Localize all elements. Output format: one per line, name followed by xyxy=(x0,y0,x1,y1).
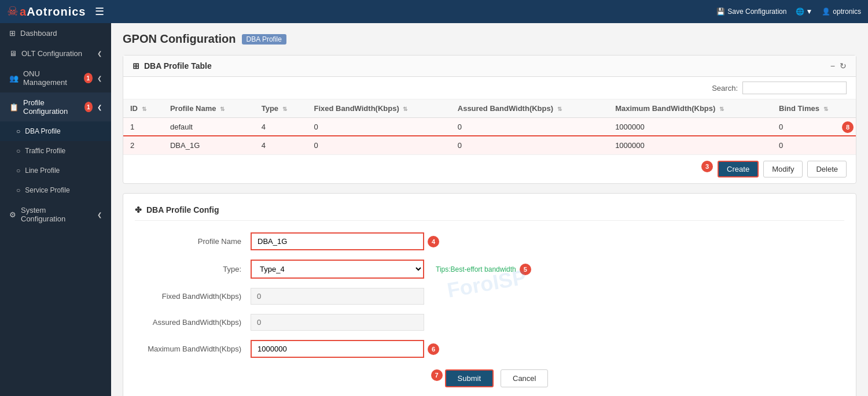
sidebar-item-service-profile[interactable]: ○ Service Profile xyxy=(0,180,111,200)
cell-assured-1: 0 xyxy=(451,118,608,136)
sidebar: ⊞ Dashboard 🖥 OLT Configuration ❮ 👥 ONU … xyxy=(0,23,111,396)
cell-fixed-2: 0 xyxy=(307,136,451,155)
modify-button[interactable]: Modify xyxy=(763,161,803,177)
line-icon: ○ xyxy=(16,166,20,175)
hamburger-icon[interactable]: ☰ xyxy=(95,5,104,18)
table-icon: ⊞ xyxy=(133,61,139,71)
fixed-bw-label: Fixed BandWidth(Kbps) xyxy=(135,292,251,301)
sort-type-icon: ⇅ xyxy=(282,106,287,112)
cell-max-1: 1000000 xyxy=(608,118,772,136)
submit-button[interactable]: Submit xyxy=(445,369,494,387)
dashboard-icon: ⊞ xyxy=(9,29,16,38)
profile-icon: 📋 xyxy=(9,103,19,112)
col-type: Type ⇅ xyxy=(255,99,307,118)
table-card-header: ⊞ DBA Profile Table − ↻ xyxy=(123,55,856,77)
sort-name-icon: ⇅ xyxy=(220,106,225,112)
save-icon: 💾 xyxy=(716,8,725,16)
search-label: Search: xyxy=(712,84,738,92)
badge-6: 6 xyxy=(428,343,439,355)
cell-id-1: 1 xyxy=(123,118,163,136)
page-title: GPON Configuration xyxy=(123,32,236,46)
assured-bw-label: Assured BandWidth(Kbps) xyxy=(135,318,251,327)
profile-name-input[interactable] xyxy=(251,232,424,250)
sort-bind-icon: ⇅ xyxy=(823,106,828,112)
badge-7: 7 xyxy=(431,369,443,381)
col-id: ID ⇅ xyxy=(123,99,163,118)
cancel-button[interactable]: Cancel xyxy=(501,369,548,387)
profile-name-label: Profile Name xyxy=(135,237,251,246)
col-fixed-bw: Fixed BandWidth(Kbps) ⇅ xyxy=(307,99,451,118)
traffic-icon: ○ xyxy=(16,147,20,155)
cell-fixed-1: 0 xyxy=(307,118,451,136)
col-profile-name: Profile Name ⇅ xyxy=(163,99,255,118)
sort-assured-icon: ⇅ xyxy=(557,106,562,112)
user-icon: 👤 xyxy=(822,8,830,16)
badge-3: 3 xyxy=(701,161,713,172)
assured-bw-value: 0 xyxy=(251,314,424,331)
form-row-type: Type: 5 Type_1 Type_2 Type_3 Type_4 Tips… xyxy=(135,260,844,279)
main-layout: ⊞ Dashboard 🖥 OLT Configuration ❮ 👥 ONU … xyxy=(0,23,868,396)
type-label: Type: xyxy=(135,265,251,273)
table-card-title: ⊞ DBA Profile Table xyxy=(133,61,212,71)
card-actions: − ↻ xyxy=(830,61,847,71)
max-bw-input[interactable] xyxy=(251,340,424,358)
sidebar-item-onu-mgmt[interactable]: 👥 ONU Management 1 ❮ xyxy=(0,64,111,92)
max-bw-label: Maximum BandWidth(Kbps) xyxy=(135,345,251,353)
cell-assured-2: 0 xyxy=(451,136,608,155)
sidebar-item-dashboard[interactable]: ⊞ Dashboard xyxy=(0,23,111,43)
minimize-button[interactable]: − xyxy=(830,61,835,71)
badge-5: 5 xyxy=(520,264,531,275)
sidebar-item-line-profile[interactable]: ○ Line Profile xyxy=(0,161,111,180)
navbar-right: 💾 Save Configuration 🌐 ▼ 👤 optronics xyxy=(716,8,861,16)
language-button[interactable]: 🌐 ▼ xyxy=(796,8,812,16)
search-area: Search: xyxy=(123,77,856,99)
table-row[interactable]: 2 DBA_1G 4 0 0 1000000 0 xyxy=(123,136,856,155)
sidebar-item-traffic-profile[interactable]: ○ Traffic Profile xyxy=(0,141,111,161)
form-config-icon: ✤ xyxy=(135,205,142,214)
onu-badge: 1 xyxy=(84,73,93,83)
navbar: ☠ aAotronics ☰ 💾 Save Configuration 🌐 ▼ … xyxy=(0,0,868,23)
type-select[interactable]: Type_1 Type_2 Type_3 Type_4 xyxy=(251,260,424,279)
cell-profile-name-2: DBA_1G xyxy=(163,136,255,155)
logo-icon: ☠ xyxy=(7,4,19,19)
sidebar-item-olt-config[interactable]: 🖥 OLT Configuration ❮ xyxy=(0,43,111,64)
cell-type-2: 4 xyxy=(255,136,307,155)
profile-badge: 1 xyxy=(84,102,93,112)
col-assured-bw: Assured BandWidth(Kbps) ⇅ xyxy=(451,99,608,118)
cell-bind-1: 0 8 xyxy=(772,118,856,136)
table-header-row: ID ⇅ Profile Name ⇅ Type ⇅ Fixed BandWid… xyxy=(123,99,856,118)
system-arrow-icon: ❮ xyxy=(97,212,102,218)
content-area: ForoISP GPON Configuration DBA Profile ⊞… xyxy=(111,23,868,396)
page-header: GPON Configuration DBA Profile xyxy=(123,32,856,46)
type-tip: Tips:Best-effort bandwidth xyxy=(436,265,516,273)
sort-fixed-icon: ⇅ xyxy=(403,106,407,112)
table-container: ID ⇅ Profile Name ⇅ Type ⇅ Fixed BandWid… xyxy=(123,99,856,155)
refresh-button[interactable]: ↻ xyxy=(840,61,847,71)
badge-4: 4 xyxy=(428,236,439,247)
table-card: ⊞ DBA Profile Table − ↻ Search: ID ⇅ xyxy=(123,55,856,184)
create-button[interactable]: Create xyxy=(718,161,759,177)
globe-icon: 🌐 xyxy=(796,8,804,16)
system-icon: ⚙ xyxy=(9,210,16,219)
sidebar-item-system-config[interactable]: ⚙ System Configuration ❮ xyxy=(0,200,111,229)
form-card: ✤ DBA Profile Config Profile Name 4 Type… xyxy=(123,193,856,396)
search-input[interactable] xyxy=(742,82,847,94)
cell-bind-2: 0 xyxy=(772,136,856,155)
delete-button[interactable]: Delete xyxy=(807,161,847,177)
table-row[interactable]: 1 default 4 0 0 1000000 0 8 xyxy=(123,118,856,136)
cell-max-2: 1000000 xyxy=(608,136,772,155)
onu-arrow-icon: ❮ xyxy=(97,75,102,82)
fixed-bw-value: 0 xyxy=(251,288,424,305)
user-menu-button[interactable]: 👤 optronics xyxy=(822,8,861,16)
form-card-header: ✤ DBA Profile Config xyxy=(135,205,844,221)
col-max-bw: Maximum BandWidth(Kbps) ⇅ xyxy=(608,99,772,118)
sort-max-icon: ⇅ xyxy=(719,106,724,112)
cell-type-1: 4 xyxy=(255,118,307,136)
dba-table: ID ⇅ Profile Name ⇅ Type ⇅ Fixed BandWid… xyxy=(123,99,856,155)
cell-id-2: 2 xyxy=(123,136,163,155)
save-config-button[interactable]: 💾 Save Configuration xyxy=(716,8,786,16)
sidebar-item-profile-config[interactable]: 📋 Profile Configuration 1 ❮ xyxy=(0,92,111,121)
logo-text: aAotronics xyxy=(20,5,86,18)
sidebar-item-dba-profile[interactable]: ○ DBA Profile xyxy=(0,121,111,141)
col-bind-times: Bind Times ⇅ xyxy=(772,99,856,118)
